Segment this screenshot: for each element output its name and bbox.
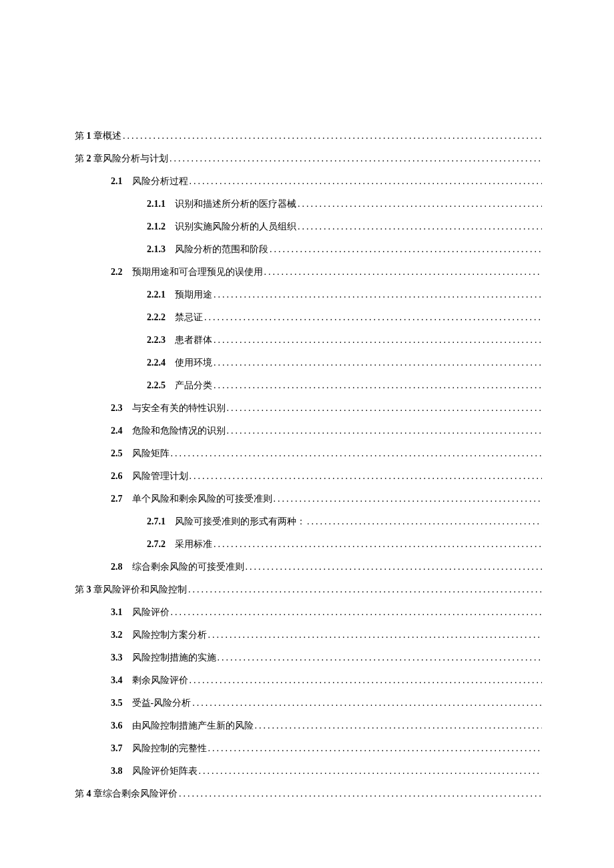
toc-dot-leader — [254, 721, 543, 731]
toc-dot-leader — [188, 176, 543, 187]
toc-entry: 2.2预期用途和可合理预见的误使用 — [75, 266, 542, 278]
toc-entry: 2.2.2禁忌证 — [75, 312, 542, 324]
toc-dot-leader — [188, 471, 543, 482]
toc-entry-title: 与安全有关的特性识别 — [132, 402, 226, 414]
toc-entry: 2.2.5产品分类 — [75, 380, 542, 392]
toc-chapter-number: 2 — [87, 153, 91, 163]
toc-chapter-suffix: 章概述 — [91, 131, 122, 141]
toc-chapter-label: 第 3 章风险评价和风险控制 — [75, 584, 187, 596]
toc-entry: 2.1.2识别实施风险分析的人员组织 — [75, 221, 542, 233]
toc-entry-number: 2.2.2 — [147, 312, 166, 323]
toc-dot-leader — [121, 131, 542, 141]
toc-entry-number: 3.6 — [111, 721, 123, 731]
toc-dot-leader — [296, 199, 542, 209]
toc-dot-leader — [216, 653, 543, 663]
toc-entry-number: 2.1.2 — [147, 222, 166, 232]
toc-entry: 3.6由风险控制措施产生新的风险 — [75, 720, 542, 732]
toc-entry: 3.4剩余风险评价 — [75, 675, 542, 687]
toc-chapter-prefix: 第 — [75, 584, 87, 594]
toc-chapter-label: 第 2 章风险分析与计划 — [75, 153, 168, 165]
toc-entry-number: 2.2.4 — [147, 358, 166, 368]
toc-dot-leader — [188, 675, 543, 686]
toc-entry-number: 3.1 — [111, 607, 123, 618]
toc-entry: 2.1.1识别和描述所分析的医疗器械 — [75, 198, 542, 210]
toc-entry-title: 识别实施风险分析的人员组织 — [175, 221, 296, 233]
toc-entry-number: 3.7 — [111, 743, 123, 754]
toc-entry-number: 2.3 — [111, 403, 123, 414]
toc-dot-leader — [244, 562, 543, 572]
toc-chapter-prefix: 第 — [75, 131, 87, 141]
toc-entry-title: 预期用途和可合理预见的误使用 — [132, 266, 263, 278]
toc-entry: 2.6风险管理计划 — [75, 470, 542, 482]
toc-chapter-label: 第 1 章概述 — [75, 130, 121, 142]
toc-chapter-number: 3 — [87, 584, 91, 594]
toc-chapter-suffix: 章风险分析与计划 — [91, 153, 169, 163]
toc-entry-number: 2.4 — [111, 426, 123, 436]
toc-dot-leader — [207, 743, 543, 754]
toc-entry: 2.8综合剩余风险的可接受准则 — [75, 561, 542, 573]
toc-entry-title: 危险和危险情况的识别 — [132, 425, 226, 437]
toc-entry-title: 采用标准 — [175, 538, 212, 550]
toc-dot-leader — [198, 766, 543, 777]
toc-entry: 2.7单个风险和剩余风险的可接受准则 — [75, 493, 542, 505]
toc-entry-title: 单个风险和剩余风险的可接受准则 — [132, 493, 272, 505]
toc-entry-number: 2.6 — [111, 471, 123, 482]
toc-entry-number: 3.2 — [111, 630, 123, 640]
toc-entry-number: 2.7 — [111, 494, 123, 504]
toc-dot-leader — [263, 267, 543, 278]
toc-entry-number: 2.5 — [111, 448, 123, 459]
toc-entry-title: 风险控制方案分析 — [132, 629, 207, 641]
table-of-contents: 第 1 章概述第 2 章风险分析与计划2.1风险分析过程2.1.1识别和描述所分… — [75, 130, 542, 800]
toc-entry: 2.5风险矩阵 — [75, 448, 542, 460]
toc-chapter-suffix: 章风险评价和风险控制 — [91, 584, 188, 594]
toc-dot-leader — [306, 516, 542, 527]
toc-entry-title: 综合剩余风险的可接受准则 — [132, 561, 244, 573]
toc-entry-title: 风险管理计划 — [132, 470, 188, 482]
toc-chapter-prefix: 第 — [75, 153, 87, 163]
toc-entry: 3.8风险评价矩阵表 — [75, 765, 542, 777]
toc-entry: 2.3与安全有关的特性识别 — [75, 402, 542, 414]
toc-entry: 2.4危险和危险情况的识别 — [75, 425, 542, 437]
toc-entry: 2.7.2采用标准 — [75, 538, 542, 550]
toc-entry: 3.2风险控制方案分析 — [75, 629, 542, 641]
toc-entry: 第 2 章风险分析与计划 — [75, 153, 542, 165]
toc-entry-title: 由风险控制措施产生新的风险 — [132, 720, 254, 732]
toc-chapter-number: 1 — [87, 131, 91, 141]
toc-dot-leader — [187, 584, 542, 595]
toc-entry-title: 产品分类 — [175, 380, 212, 392]
toc-dot-leader — [212, 539, 542, 550]
toc-entry-number: 2.8 — [111, 562, 123, 572]
toc-entry-title: 风险分析的范围和阶段 — [175, 244, 268, 256]
toc-entry-title: 风险评价矩阵表 — [132, 765, 198, 777]
toc-entry: 2.2.4使用环境 — [75, 357, 542, 369]
toc-entry-title: 风险评价 — [132, 606, 170, 618]
toc-entry: 3.3风险控制措施的实施 — [75, 652, 542, 664]
toc-dot-leader — [212, 290, 542, 300]
toc-entry-title: 使用环境 — [175, 357, 212, 369]
toc-entry-title: 剩余风险评价 — [132, 675, 188, 687]
toc-entry-number: 2.7.2 — [147, 539, 166, 550]
toc-entry-title: 风险矩阵 — [132, 448, 170, 460]
toc-chapter-suffix: 章综合剩余风险评价 — [91, 789, 178, 799]
toc-entry-title: 风险分析过程 — [132, 175, 188, 187]
toc-dot-leader — [212, 380, 542, 391]
toc-chapter-label: 第 4 章综合剩余风险评价 — [75, 788, 178, 800]
toc-entry: 第 3 章风险评价和风险控制 — [75, 584, 542, 596]
toc-entry-title: 识别和描述所分析的医疗器械 — [175, 198, 296, 210]
toc-entry-title: 患者群体 — [175, 334, 212, 346]
toc-dot-leader — [226, 426, 543, 436]
toc-entry-number: 2.2.3 — [147, 335, 166, 346]
toc-entry: 2.1风险分析过程 — [75, 175, 542, 187]
toc-dot-leader — [212, 358, 542, 368]
toc-entry-title: 风险控制措施的实施 — [132, 652, 216, 664]
toc-entry: 2.2.1预期用途 — [75, 289, 542, 301]
toc-entry: 2.1.3风险分析的范围和阶段 — [75, 244, 542, 256]
toc-entry: 2.7.1风险可接受准则的形式有两种： — [75, 516, 542, 528]
toc-entry: 第 4 章综合剩余风险评价 — [75, 788, 542, 800]
toc-entry-title: 预期用途 — [175, 289, 212, 301]
toc-entry-number: 2.7.1 — [147, 516, 166, 527]
toc-entry-title: 风险控制的完整性 — [132, 743, 207, 755]
toc-entry: 第 1 章概述 — [75, 130, 542, 142]
toc-chapter-prefix: 第 — [75, 789, 87, 799]
toc-entry: 3.1风险评价 — [75, 606, 542, 618]
